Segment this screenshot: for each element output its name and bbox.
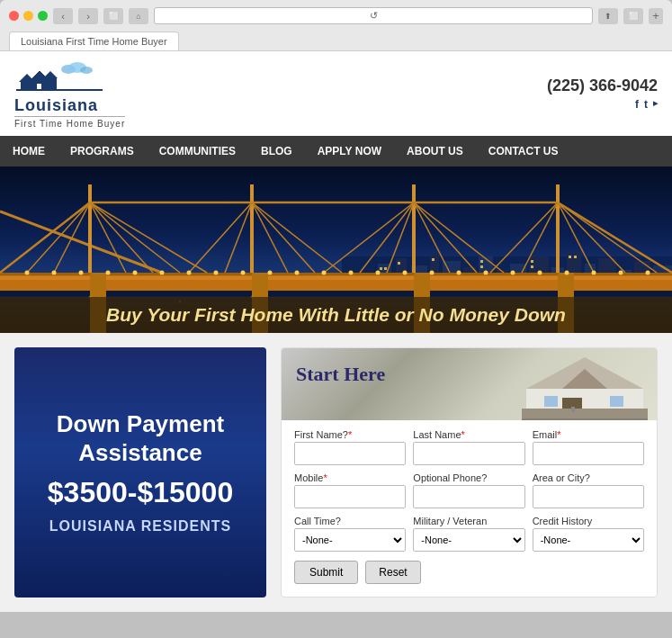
browser-tab[interactable]: Louisiana First Time Home Buyer [9, 31, 179, 50]
form-group-calltime: Call Time? -None- [294, 516, 406, 552]
svg-rect-112 [544, 396, 558, 407]
svg-point-103 [592, 271, 596, 275]
social-icons: f t ▸ [547, 98, 658, 111]
main-nav: HOME PROGRAMS COMMUNITIES BLOG APPLY NOW… [0, 136, 672, 166]
input-optphone[interactable] [413, 485, 524, 508]
svg-point-84 [79, 271, 84, 275]
forward-button[interactable]: › [78, 8, 98, 24]
select-credit[interactable]: -None- [533, 528, 644, 552]
dpa-amount: $3500-$15000 [48, 476, 233, 509]
form-group-lastname: Last Name* [413, 429, 524, 465]
svg-point-83 [52, 271, 57, 275]
logo-subtitle: First Time Home Buyer [14, 116, 125, 129]
form-actions: Submit Reset [294, 561, 644, 584]
svg-point-102 [565, 271, 569, 275]
svg-rect-34 [480, 260, 483, 263]
minimize-button[interactable] [23, 11, 33, 21]
svg-point-101 [538, 271, 542, 275]
nav-programs[interactable]: PROGRAMS [58, 136, 147, 166]
nav-home[interactable]: HOME [0, 136, 58, 166]
svg-point-92 [295, 271, 300, 275]
label-firstname: First Name?* [294, 429, 406, 440]
form-group-mobile: Mobile* [294, 472, 406, 508]
nav-communities[interactable]: COMMUNITIES [147, 136, 248, 166]
svg-point-95 [376, 271, 381, 275]
website: Louisiana First Time Home Buyer (225) 36… [0, 51, 672, 612]
logo-area: Louisiana First Time Home Buyer [14, 58, 125, 129]
home-browser-button[interactable]: ⌂ [129, 8, 148, 24]
svg-rect-31 [384, 267, 387, 270]
form-group-credit: Credit History -None- [533, 516, 644, 552]
form-body: First Name?* Last Name* Email* M [282, 420, 657, 597]
new-tab-button[interactable]: + [649, 8, 663, 24]
svg-rect-32 [398, 262, 400, 265]
svg-rect-113 [610, 396, 623, 407]
svg-point-88 [187, 271, 192, 275]
form-group-city: Area or City? [533, 472, 644, 508]
select-military[interactable]: -None- [413, 528, 524, 552]
svg-point-104 [619, 271, 623, 275]
form-header-title: Start Here [296, 363, 385, 386]
form-row-2: Mobile* Optional Phone? Area or City? [294, 472, 644, 508]
svg-point-91 [268, 271, 273, 275]
main-content: Down Payment Assistance $3500-$15000 LOU… [0, 333, 672, 612]
twitter-icon[interactable]: t [644, 98, 648, 111]
nav-apply-now[interactable]: APPLY NOW [305, 136, 394, 166]
rss-icon[interactable]: ▸ [653, 98, 658, 111]
label-optphone: Optional Phone? [413, 472, 524, 483]
svg-rect-36 [531, 260, 533, 263]
nav-contact-us[interactable]: CONTACT US [476, 136, 571, 166]
facebook-icon[interactable]: f [635, 98, 639, 111]
nav-about-us[interactable]: ABOUT US [394, 136, 476, 166]
nav-blog[interactable]: BLOG [248, 136, 305, 166]
submit-button[interactable]: Submit [294, 561, 358, 584]
label-military: Military / Veteran [413, 516, 524, 526]
svg-point-90 [241, 271, 246, 275]
svg-rect-4 [44, 78, 57, 89]
input-firstname[interactable] [294, 442, 406, 465]
svg-point-100 [511, 271, 515, 275]
label-calltime: Call Time? [294, 516, 406, 526]
house-illustration [522, 353, 648, 420]
svg-point-99 [484, 271, 488, 275]
site-header: Louisiana First Time Home Buyer (225) 36… [0, 51, 672, 136]
share-button[interactable]: ⬆ [598, 8, 618, 24]
form-group-military: Military / Veteran -None- [413, 516, 524, 552]
reset-button[interactable]: Reset [365, 561, 420, 584]
svg-rect-35 [480, 265, 483, 268]
form-row-1: First Name?* Last Name* Email* [294, 429, 644, 465]
form-row-3: Call Time? -None- Military / Veteran -No… [294, 516, 644, 552]
label-mobile: Mobile* [294, 472, 406, 483]
svg-point-85 [106, 271, 111, 275]
maximize-button[interactable] [38, 11, 48, 21]
dpa-subtitle: LOUISIANA RESIDENTS [49, 518, 231, 535]
back-button[interactable]: ‹ [53, 8, 73, 24]
svg-point-89 [214, 271, 219, 275]
hero-banner: Buy Your First Home With Little or No Mo… [0, 166, 672, 333]
svg-point-86 [133, 271, 138, 275]
svg-point-93 [322, 271, 327, 275]
svg-point-82 [25, 271, 30, 275]
window-button[interactable]: ⬜ [103, 8, 123, 24]
input-lastname[interactable] [413, 442, 524, 465]
close-button[interactable] [9, 11, 19, 21]
svg-point-105 [646, 271, 650, 275]
form-group-optphone: Optional Phone? [413, 472, 524, 508]
header-right: (225) 366-9042 f t ▸ [547, 76, 658, 111]
label-lastname: Last Name* [413, 429, 524, 440]
tabs-button[interactable]: ⬜ [623, 8, 643, 24]
input-email[interactable] [533, 442, 644, 465]
input-city[interactable] [533, 485, 644, 508]
traffic-lights [9, 11, 48, 21]
svg-rect-38 [569, 256, 571, 258]
dpa-title: Down Payment Assistance [29, 410, 252, 466]
label-city: Area or City? [533, 472, 644, 483]
svg-point-97 [430, 271, 435, 275]
address-bar[interactable]: ↺ [154, 7, 593, 24]
select-calltime[interactable]: -None- [294, 528, 406, 552]
phone-number: (225) 366-9042 [547, 76, 658, 95]
svg-marker-3 [43, 71, 58, 78]
browser-controls: ‹ › ⬜ ⌂ ↺ ⬆ ⬜ + [9, 7, 663, 24]
input-mobile[interactable] [294, 485, 406, 508]
svg-rect-37 [531, 265, 533, 268]
